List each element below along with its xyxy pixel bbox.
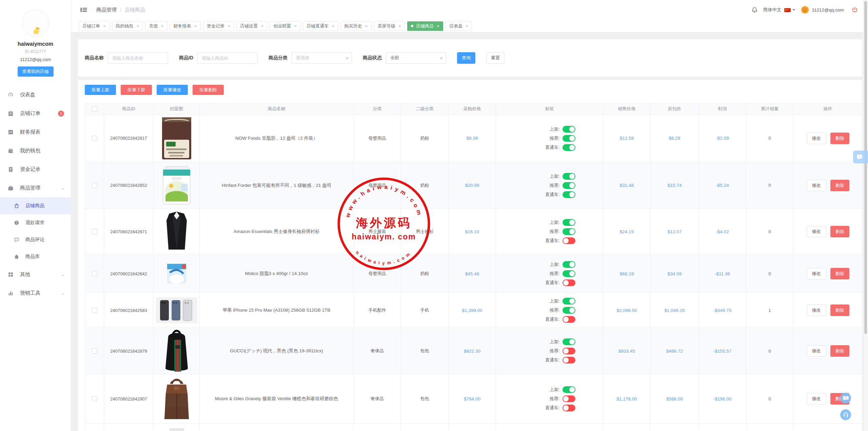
- toggle-switch[interactable]: [563, 173, 575, 180]
- row-checkbox[interactable]: [92, 271, 97, 276]
- sidebar-subitem-退款请求[interactable]: 退款请求: [0, 214, 71, 231]
- tab-仪表盘[interactable]: 仪表盘×: [446, 21, 472, 31]
- tab-充值[interactable]: 充值×: [145, 21, 167, 31]
- collapse-sidebar-icon[interactable]: [81, 7, 87, 13]
- close-tab-icon[interactable]: ×: [194, 24, 197, 28]
- breadcrumb-section[interactable]: 商品管理: [96, 7, 117, 13]
- toggle-switch[interactable]: [563, 316, 575, 323]
- delete-button[interactable]: 删除: [830, 226, 849, 237]
- logout-power-icon[interactable]: [852, 7, 858, 13]
- close-tab-icon[interactable]: ×: [332, 24, 334, 28]
- close-tab-icon[interactable]: ×: [161, 24, 163, 28]
- edit-button[interactable]: 修改: [807, 305, 826, 316]
- sidebar-item-商品管理[interactable]: 商品管理: [0, 179, 71, 197]
- sidebar-item-仪表盘[interactable]: 仪表盘: [0, 85, 71, 104]
- row-checkbox[interactable]: [92, 229, 97, 234]
- close-tab-icon[interactable]: ×: [365, 24, 368, 28]
- product-id-input[interactable]: [197, 52, 258, 64]
- edit-button[interactable]: 修改: [807, 393, 826, 405]
- toggle-switch[interactable]: [563, 298, 575, 305]
- sidebar-subitem-商品评论[interactable]: 商品评论: [0, 231, 71, 248]
- row-checkbox[interactable]: [92, 396, 97, 401]
- scrollbar-thumb[interactable]: [864, 1, 867, 334]
- sidebar-item-店铺订单[interactable]: 店铺订单1: [0, 104, 71, 123]
- avatar[interactable]: [22, 9, 49, 37]
- batch-button-批量下架[interactable]: 批量下架: [121, 85, 152, 95]
- reset-button[interactable]: 重置: [486, 52, 505, 64]
- delete-button[interactable]: 删除: [830, 305, 849, 316]
- toggle-switch[interactable]: [563, 386, 575, 393]
- toggle-switch[interactable]: [563, 237, 575, 244]
- tab-店铺直通车[interactable]: 店铺直通车×: [303, 21, 338, 31]
- toggle-switch[interactable]: [563, 307, 575, 314]
- toggle-switch[interactable]: [563, 395, 575, 402]
- toggle-switch[interactable]: [563, 357, 575, 364]
- sidebar-subitem-商品库[interactable]: 商品库: [0, 248, 71, 265]
- toggle-switch[interactable]: [563, 126, 575, 133]
- toggle-switch[interactable]: [563, 338, 575, 345]
- sidebar-item-我的钱包[interactable]: 我的钱包: [0, 141, 71, 160]
- row-checkbox[interactable]: [92, 348, 97, 354]
- account-email[interactable]: 11212@qq.com: [812, 7, 844, 13]
- close-tab-icon[interactable]: ×: [103, 24, 106, 28]
- delete-button[interactable]: 删除: [830, 180, 849, 191]
- toggle-switch[interactable]: [563, 279, 575, 286]
- tab-店铺商品[interactable]: 店铺商品×: [407, 21, 443, 31]
- toggle-switch[interactable]: [563, 270, 575, 277]
- row-checkbox[interactable]: [92, 136, 97, 141]
- close-tab-icon[interactable]: ×: [136, 24, 139, 28]
- tab-店铺订单[interactable]: 店铺订单×: [79, 21, 110, 31]
- toggle-switch[interactable]: [563, 348, 575, 354]
- toggle-switch[interactable]: [563, 228, 575, 235]
- sidebar-item-营销工具[interactable]: 营销工具: [0, 284, 71, 302]
- chat-bubble-button[interactable]: [840, 393, 851, 404]
- edit-button[interactable]: 修改: [807, 226, 826, 237]
- select-all-checkbox[interactable]: [92, 106, 97, 112]
- sidebar-item-其他[interactable]: 其他: [0, 265, 71, 284]
- edit-button[interactable]: 修改: [807, 268, 826, 279]
- toggle-switch[interactable]: [563, 405, 575, 411]
- close-tab-icon[interactable]: ×: [466, 24, 468, 28]
- status-select[interactable]: 全部 ∨: [386, 52, 446, 64]
- row-checkbox[interactable]: [92, 308, 97, 313]
- account-avatar[interactable]: [801, 6, 809, 14]
- sidebar-item-资金记录[interactable]: 资金记录: [0, 160, 71, 179]
- language-selector[interactable]: 简体中文: [763, 7, 781, 13]
- tab-卖家等级[interactable]: 卖家等级×: [374, 21, 405, 31]
- notification-bell-icon[interactable]: [751, 7, 758, 13]
- sidebar-item-财务报表[interactable]: 财务报表: [0, 123, 71, 141]
- row-checkbox[interactable]: [92, 183, 97, 188]
- close-tab-icon[interactable]: ×: [261, 24, 263, 28]
- batch-button-批量上架[interactable]: 批量上架: [85, 85, 116, 95]
- toggle-switch[interactable]: [563, 144, 575, 151]
- tab-店铺设置[interactable]: 店铺设置×: [236, 21, 267, 31]
- close-tab-icon[interactable]: ×: [294, 24, 297, 28]
- edit-button[interactable]: 修改: [807, 180, 826, 191]
- toggle-switch[interactable]: [563, 135, 575, 142]
- tab-购买历史[interactable]: 购买历史×: [341, 21, 372, 31]
- delete-button[interactable]: 删除: [830, 268, 849, 279]
- edit-button[interactable]: 修改: [807, 345, 826, 357]
- view-store-button[interactable]: 查看我的店铺: [18, 66, 54, 77]
- china-flag-icon[interactable]: [784, 8, 791, 12]
- close-tab-icon[interactable]: ×: [228, 24, 230, 28]
- toggle-switch[interactable]: [563, 261, 575, 268]
- tab-财务报表[interactable]: 财务报表×: [170, 21, 201, 31]
- category-select[interactable]: 请选择 ∨: [292, 52, 352, 64]
- close-tab-icon[interactable]: ×: [437, 24, 439, 28]
- tab-创业联盟[interactable]: 创业联盟×: [270, 21, 300, 31]
- customer-service-button[interactable]: [840, 409, 851, 420]
- product-name-input[interactable]: [108, 52, 168, 64]
- toggle-switch[interactable]: [563, 182, 575, 189]
- tab-资金记录[interactable]: 资金记录×: [203, 21, 234, 31]
- close-tab-icon[interactable]: ×: [398, 24, 401, 28]
- toggle-switch[interactable]: [563, 191, 575, 198]
- batch-button-批量修改[interactable]: 批量修改: [157, 85, 188, 95]
- search-button[interactable]: 查询: [457, 52, 475, 64]
- edit-button[interactable]: 修改: [807, 133, 826, 144]
- customer-service-tab[interactable]: [853, 151, 868, 163]
- delete-button[interactable]: 删除: [830, 345, 849, 357]
- toggle-switch[interactable]: [563, 219, 575, 226]
- sidebar-subitem-店铺商品[interactable]: 店铺商品: [0, 197, 71, 214]
- delete-button[interactable]: 删除: [830, 133, 849, 144]
